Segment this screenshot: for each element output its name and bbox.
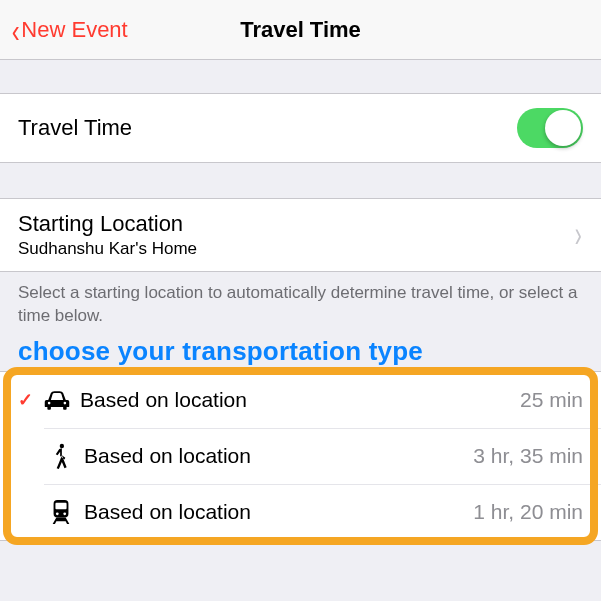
page-title: Travel Time [240, 17, 361, 43]
starting-location-subtitle: Sudhanshu Kar's Home [18, 239, 574, 259]
transport-option-train[interactable]: Based on location 1 hr, 20 min [44, 484, 601, 540]
help-text: Select a starting location to automatica… [0, 272, 601, 334]
travel-time-label: Travel Time [18, 111, 517, 145]
walk-icon [44, 443, 78, 469]
starting-location-row[interactable]: Starting Location Sudhanshu Kar's Home › [0, 199, 601, 272]
travel-time-toggle[interactable] [517, 108, 583, 148]
travel-time-toggle-row: Travel Time [0, 94, 601, 163]
section-gap [0, 163, 601, 199]
toggle-knob [545, 110, 581, 146]
transport-options: ✓ Based on location 25 min Based on loca… [0, 371, 601, 541]
section-gap [0, 60, 601, 94]
back-button[interactable]: ‹ New Event [10, 13, 128, 47]
chevron-left-icon: ‹ [12, 13, 20, 47]
svg-point-0 [60, 444, 64, 448]
svg-rect-2 [55, 503, 66, 510]
transport-label: Based on location [84, 500, 473, 524]
transport-time: 25 min [520, 388, 583, 412]
transport-label: Based on location [80, 388, 520, 412]
navbar: ‹ New Event Travel Time [0, 0, 601, 60]
back-label: New Event [21, 17, 127, 43]
svg-point-4 [63, 513, 66, 516]
annotation-label: choose your transportation type [0, 334, 601, 371]
checkmark-icon: ✓ [18, 389, 40, 411]
chevron-right-icon: › [575, 213, 582, 256]
car-icon [40, 387, 74, 413]
svg-point-3 [56, 513, 59, 516]
starting-location-title: Starting Location [18, 211, 574, 237]
train-icon [44, 499, 78, 525]
transport-label: Based on location [84, 444, 473, 468]
transport-option-walk[interactable]: Based on location 3 hr, 35 min [44, 428, 601, 484]
transport-time: 1 hr, 20 min [473, 500, 583, 524]
transport-option-car[interactable]: ✓ Based on location 25 min [0, 372, 601, 428]
transport-time: 3 hr, 35 min [473, 444, 583, 468]
